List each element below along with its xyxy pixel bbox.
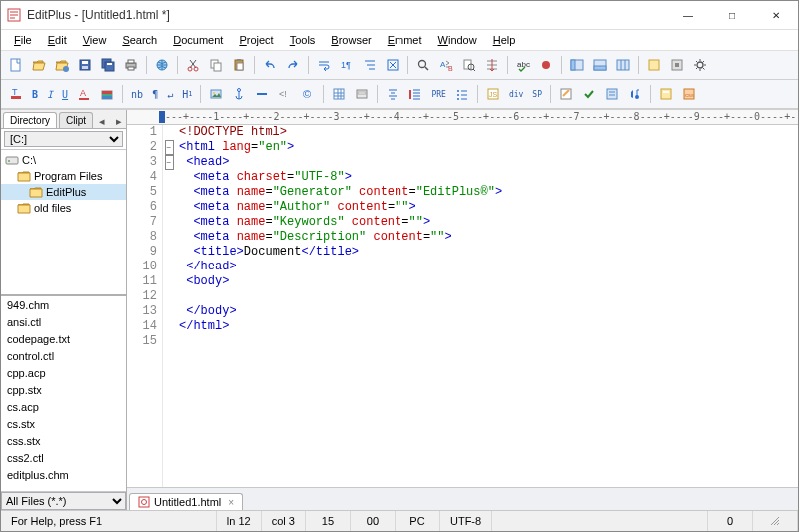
- output-panel-button[interactable]: [589, 54, 611, 76]
- spell-check-button[interactable]: abc: [512, 54, 534, 76]
- css-button[interactable]: css: [678, 83, 700, 105]
- file-item[interactable]: cs.acp: [1, 398, 126, 415]
- wordwrap-button[interactable]: [313, 54, 335, 76]
- doc-tab-active[interactable]: Untitled1.html ×: [129, 493, 243, 510]
- break-button[interactable]: ↵: [163, 83, 177, 105]
- file-item[interactable]: cpp.stx: [1, 381, 126, 398]
- menu-emmet[interactable]: Emmet: [381, 33, 429, 47]
- anchor-button[interactable]: [228, 83, 250, 105]
- tab-scroll-left[interactable]: ◂: [95, 115, 109, 128]
- blockquote-button[interactable]: [404, 83, 426, 105]
- center-button[interactable]: [382, 83, 403, 105]
- script-button[interactable]: JS: [482, 83, 504, 105]
- menu-help[interactable]: Help: [486, 33, 523, 47]
- edit-source-button[interactable]: [555, 83, 577, 105]
- minimize-button[interactable]: —: [666, 1, 710, 29]
- file-item[interactable]: control.ctl: [1, 347, 126, 364]
- menu-tools[interactable]: Tools: [283, 33, 323, 47]
- file-item[interactable]: cpp.acp: [1, 364, 126, 381]
- comment-button[interactable]: <!: [274, 83, 296, 105]
- code-lines[interactable]: <!DOCTYPE html><html lang="en"> <head> <…: [175, 125, 798, 487]
- form-button[interactable]: [351, 83, 373, 105]
- settings-button[interactable]: [689, 54, 711, 76]
- tree-item[interactable]: Program Files: [1, 168, 126, 184]
- code-area[interactable]: 123456789101112131415 −− <!DOCTYPE html>…: [127, 125, 798, 487]
- tab-cliptext[interactable]: Clipt: [59, 112, 93, 128]
- browser-preview-button[interactable]: [151, 54, 173, 76]
- auto-indent-button[interactable]: [359, 54, 381, 76]
- file-item[interactable]: css2.ctl: [1, 449, 126, 466]
- tab-directory[interactable]: Directory: [3, 112, 57, 128]
- file-item[interactable]: editplus.chm: [1, 466, 126, 483]
- find-button[interactable]: [412, 54, 434, 76]
- copy-button[interactable]: [205, 54, 227, 76]
- font-button[interactable]: T: [5, 83, 27, 105]
- paragraph-button[interactable]: ¶: [148, 83, 162, 105]
- tree-item[interactable]: old files: [1, 200, 126, 216]
- menu-search[interactable]: Search: [115, 33, 164, 47]
- list-button[interactable]: [451, 83, 473, 105]
- menu-project[interactable]: Project: [232, 33, 280, 47]
- file-item[interactable]: ansi.ctl: [1, 313, 126, 330]
- open-file-button[interactable]: [28, 54, 50, 76]
- special-char-button[interactable]: ©: [297, 83, 319, 105]
- menu-document[interactable]: Document: [166, 33, 230, 47]
- save-all-button[interactable]: [97, 54, 119, 76]
- line-numbers-button[interactable]: 1¶: [336, 54, 358, 76]
- font-color-button[interactable]: A: [73, 83, 95, 105]
- close-tab-icon[interactable]: ×: [228, 497, 234, 508]
- file-item[interactable]: codepage.txt: [1, 330, 126, 347]
- side-panel-button[interactable]: [566, 54, 588, 76]
- save-button[interactable]: [74, 54, 96, 76]
- record-macro-button[interactable]: [535, 54, 557, 76]
- pre-button[interactable]: PRE: [427, 83, 449, 105]
- file-item[interactable]: css.stx: [1, 432, 126, 449]
- file-filter[interactable]: All Files (*.*): [1, 492, 126, 510]
- bold-button[interactable]: B: [28, 83, 42, 105]
- file-list[interactable]: 949.chmansi.ctlcodepage.txtcontrol.ctlcp…: [1, 296, 126, 491]
- hr-button[interactable]: [251, 83, 273, 105]
- file-item[interactable]: cs.stx: [1, 415, 126, 432]
- file-item[interactable]: 949.chm: [1, 296, 126, 313]
- tree-item[interactable]: EditPlus: [1, 184, 126, 200]
- drive-selector[interactable]: [C:]: [4, 131, 123, 147]
- image-button[interactable]: [205, 83, 227, 105]
- new-file-button[interactable]: [5, 54, 27, 76]
- menu-browser[interactable]: Browser: [324, 33, 378, 47]
- menu-view[interactable]: View: [76, 33, 114, 47]
- paste-button[interactable]: [228, 54, 250, 76]
- span-button[interactable]: SP: [528, 83, 546, 105]
- menu-window[interactable]: Window: [431, 33, 484, 47]
- fold-gutter[interactable]: −−: [163, 125, 175, 487]
- tree-item[interactable]: C:\: [1, 152, 126, 168]
- page-props-button[interactable]: [601, 83, 623, 105]
- underline-button[interactable]: U: [58, 83, 72, 105]
- nbsp-button[interactable]: nb: [127, 83, 147, 105]
- replace-button[interactable]: AB: [435, 54, 457, 76]
- full-screen-button[interactable]: [382, 54, 403, 76]
- user-tool-1-button[interactable]: [643, 54, 665, 76]
- cut-button[interactable]: [182, 54, 204, 76]
- validate-button[interactable]: [578, 83, 600, 105]
- resize-grip-icon[interactable]: [753, 511, 798, 531]
- goto-line-button[interactable]: [481, 54, 503, 76]
- table-button[interactable]: [328, 83, 350, 105]
- div-button[interactable]: div: [505, 83, 527, 105]
- menu-edit[interactable]: Edit: [41, 33, 74, 47]
- folder-tree[interactable]: C:\Program FilesEditPlusold files: [1, 150, 126, 297]
- template-button[interactable]: [655, 83, 677, 105]
- tab-scroll-right[interactable]: ▸: [112, 115, 126, 128]
- highlight-button[interactable]: [96, 83, 118, 105]
- heading-button[interactable]: H1: [178, 83, 196, 105]
- redo-button[interactable]: [282, 54, 304, 76]
- user-tool-2-button[interactable]: [666, 54, 688, 76]
- menu-file[interactable]: File: [7, 33, 39, 47]
- print-button[interactable]: [120, 54, 142, 76]
- find-in-files-button[interactable]: [458, 54, 480, 76]
- open-remote-button[interactable]: [51, 54, 73, 76]
- sound-button[interactable]: [624, 83, 646, 105]
- maximize-button[interactable]: □: [710, 1, 754, 29]
- undo-button[interactable]: [259, 54, 281, 76]
- italic-button[interactable]: I: [43, 83, 57, 105]
- close-button[interactable]: ✕: [754, 1, 798, 29]
